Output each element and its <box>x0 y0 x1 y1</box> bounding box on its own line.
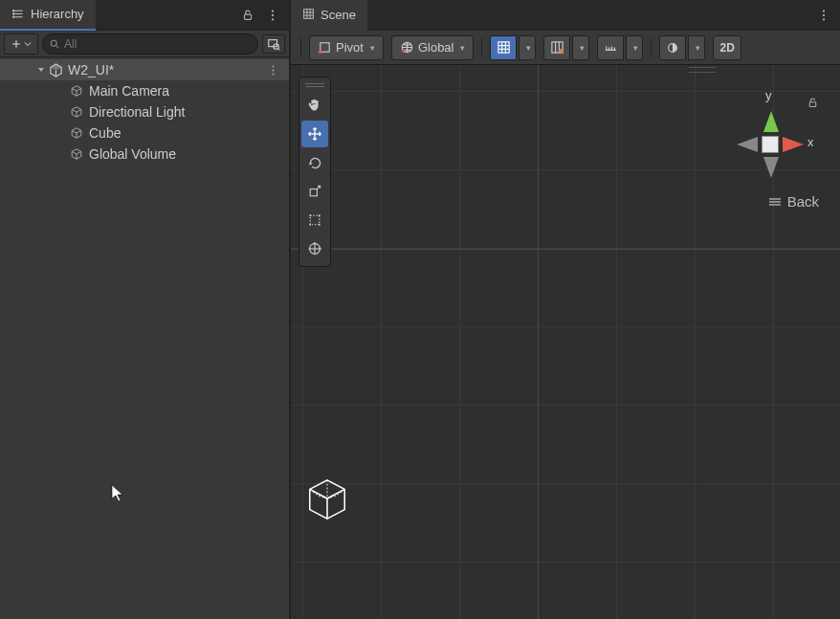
svg-rect-39 <box>498 42 509 53</box>
kebab-menu-icon[interactable] <box>264 7 281 24</box>
scene-tab-label: Scene <box>321 8 356 22</box>
scene-cube-gizmo[interactable] <box>304 476 352 524</box>
snap-group: ▾ <box>543 35 589 60</box>
svg-point-9 <box>272 18 274 20</box>
svg-point-38 <box>402 50 405 53</box>
svg-rect-35 <box>321 43 329 52</box>
rotate-tool[interactable] <box>301 149 328 176</box>
transform-tool-strip <box>298 77 331 267</box>
svg-rect-27 <box>304 9 314 18</box>
drag-handle-icon[interactable] <box>689 67 716 73</box>
tree-item-label: Global Volume <box>89 146 176 162</box>
lock-icon[interactable] <box>239 7 256 24</box>
svg-point-4 <box>12 13 13 14</box>
increment-snap-button[interactable] <box>597 35 624 60</box>
axis-y-positive[interactable] <box>763 111 779 132</box>
grid-visibility-button[interactable] <box>490 35 517 60</box>
dropdown-arrow-icon: ▾ <box>580 43 585 53</box>
dropdown-arrow-icon: ▾ <box>633 43 638 53</box>
grid-snap-group: ▾ <box>490 35 536 60</box>
snap-dropdown[interactable]: ▾ <box>572 35 589 60</box>
axis-x-positive[interactable] <box>783 137 804 152</box>
hierarchy-search[interactable] <box>42 33 258 55</box>
gameobject-cube-icon <box>69 83 84 99</box>
svg-marker-18 <box>50 63 60 70</box>
hierarchy-list-icon <box>11 8 25 21</box>
svg-point-7 <box>272 10 274 11</box>
gizmo-center[interactable] <box>762 136 779 153</box>
scene-name-label: W2_UI* <box>68 62 114 77</box>
increment-snap-group: ▾ <box>597 35 643 60</box>
axis-x-negative[interactable] <box>737 137 758 152</box>
scale-tool[interactable] <box>301 178 328 205</box>
tree-item-label: Directional Light <box>89 104 185 120</box>
unity-scene-icon <box>48 62 63 77</box>
scene-search-button[interactable] <box>262 34 285 54</box>
view-direction-label[interactable]: Back <box>768 193 819 210</box>
search-input[interactable] <box>64 37 252 51</box>
grid-axis-vertical <box>538 65 539 619</box>
tree-scene-root[interactable]: W2_UI* <box>0 59 289 80</box>
expand-arrow-icon[interactable] <box>34 63 48 77</box>
svg-point-20 <box>272 65 274 67</box>
hierarchy-panel: Hierarchy <box>0 0 291 619</box>
svg-point-36 <box>319 50 322 54</box>
move-tool[interactable] <box>301 121 328 147</box>
gameobject-cube-icon <box>69 146 84 162</box>
scene-viewport[interactable]: y x Back <box>291 65 840 619</box>
grid-icon <box>302 8 315 23</box>
dropdown-arrow-icon: ▾ <box>460 43 465 53</box>
gameobject-cube-icon <box>69 125 84 141</box>
increment-snap-dropdown[interactable]: ▾ <box>626 35 643 60</box>
back-text: Back <box>787 193 819 210</box>
pivot-button[interactable]: Pivot ▾ <box>309 35 384 60</box>
dropdown-arrow-icon: ▾ <box>696 43 700 53</box>
drag-handle-icon[interactable] <box>305 83 324 87</box>
svg-point-8 <box>272 13 274 15</box>
pivot-label: Pivot <box>336 40 364 55</box>
create-button[interactable] <box>4 33 38 55</box>
svg-point-3 <box>12 11 13 11</box>
tree-item[interactable]: Main Camera <box>0 80 289 101</box>
global-button[interactable]: Global ▾ <box>391 35 475 60</box>
svg-point-5 <box>12 16 13 17</box>
tree-item-label: Cube <box>89 125 121 141</box>
tree-item[interactable]: Cube <box>0 122 289 144</box>
axis-y-negative[interactable] <box>763 157 779 178</box>
svg-rect-65 <box>809 102 816 107</box>
svg-point-32 <box>823 10 825 11</box>
tree-item[interactable]: Global Volume <box>0 144 289 165</box>
transform-tool[interactable] <box>301 235 328 262</box>
svg-point-34 <box>823 18 825 20</box>
draw-mode-dropdown[interactable]: ▾ <box>688 35 705 60</box>
kebab-menu-icon[interactable] <box>815 7 832 24</box>
kebab-menu-icon[interactable] <box>264 61 281 78</box>
svg-rect-57 <box>310 215 320 225</box>
dropdown-arrow-icon: ▾ <box>526 43 531 53</box>
grid-visibility-dropdown[interactable]: ▾ <box>519 35 536 60</box>
hierarchy-tab-bar: Hierarchy <box>0 0 289 31</box>
search-icon <box>49 38 60 50</box>
global-label: Global <box>418 40 454 55</box>
hierarchy-tab[interactable]: Hierarchy <box>0 0 96 31</box>
scene-tab[interactable]: Scene <box>291 0 367 31</box>
draw-mode-button[interactable] <box>659 35 686 60</box>
gameobject-cube-icon <box>69 104 84 120</box>
svg-point-22 <box>272 73 274 75</box>
lock-icon[interactable] <box>807 96 819 113</box>
orientation-gizmo[interactable]: y x <box>718 82 823 178</box>
grid-axis-horizontal <box>291 249 840 250</box>
hand-tool[interactable] <box>301 92 328 119</box>
rect-tool[interactable] <box>301 207 328 233</box>
svg-rect-60 <box>309 224 311 226</box>
svg-rect-14 <box>269 39 277 46</box>
snap-button[interactable] <box>543 35 570 60</box>
mode-2d-label: 2D <box>719 41 734 55</box>
mode-2d-button[interactable]: 2D <box>713 35 741 60</box>
scene-panel: Scene Pivot ▾ Global ▾ ▾ <box>291 0 840 619</box>
scene-tab-bar: Scene <box>291 0 840 31</box>
hierarchy-tab-label: Hierarchy <box>31 7 84 21</box>
hierarchy-toolbar <box>0 31 289 57</box>
axis-y-label: y <box>765 88 772 102</box>
tree-item[interactable]: Directional Light <box>0 101 289 122</box>
